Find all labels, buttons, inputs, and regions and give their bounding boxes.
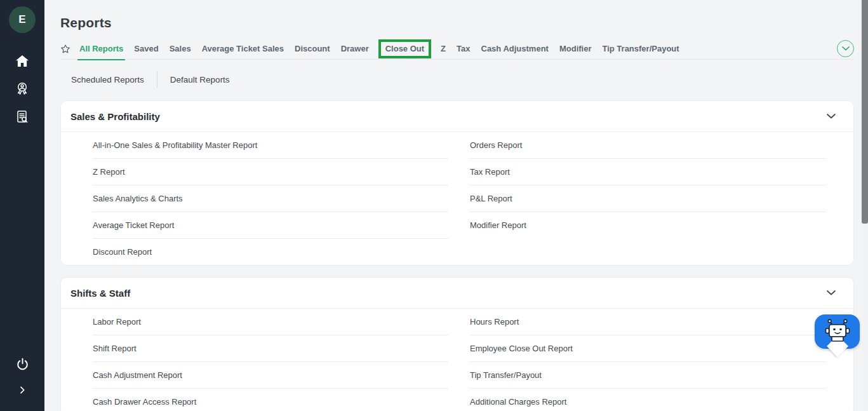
- tab-tip-transfer-payout[interactable]: Tip Transfer/Payout: [602, 38, 679, 60]
- section-title: Sales & Profitability: [70, 111, 160, 122]
- tab-all-reports[interactable]: All Reports: [79, 38, 123, 60]
- report-link-cash-drawer-access-report[interactable]: Cash Drawer Access Report: [93, 389, 448, 411]
- tab-sales[interactable]: Sales: [170, 38, 191, 60]
- section-title: Shifts & Staff: [70, 288, 130, 299]
- report-link-p-l-report[interactable]: P&L Report: [470, 185, 825, 212]
- tab-average-ticket-sales[interactable]: Average Ticket Sales: [202, 38, 284, 60]
- report-column: Hours ReportEmployee Close Out ReportTip…: [470, 309, 825, 411]
- expand-tabs-button[interactable]: [837, 40, 854, 57]
- section-header-shifts-staff[interactable]: Shifts & Staff: [61, 278, 853, 309]
- report-audit-icon[interactable]: [8, 103, 36, 131]
- avatar[interactable]: E: [9, 6, 36, 33]
- report-link-cash-adjustment-report[interactable]: Cash Adjustment Report: [93, 362, 448, 389]
- report-link-all-in-one-sales-profitability-master-report[interactable]: All-in-One Sales & Profitability Master …: [93, 132, 448, 159]
- chevron-down-icon[interactable]: [827, 290, 836, 295]
- annotation-highlight-box: Close Out: [378, 39, 431, 58]
- report-link-labor-report[interactable]: Labor Report: [93, 309, 448, 335]
- report-link-additional-charges-report[interactable]: Additional Charges Report: [470, 389, 825, 411]
- robot-icon: [821, 318, 854, 345]
- expand-sidebar-chevron-icon[interactable]: [8, 378, 36, 402]
- subtab-default-reports[interactable]: Default Reports: [170, 75, 230, 84]
- report-link-employee-close-out-report[interactable]: Employee Close Out Report: [470, 335, 825, 362]
- reports-tabbar: All ReportsSavedSalesAverage Ticket Sale…: [60, 38, 854, 60]
- section-body: All-in-One Sales & Profitability Master …: [61, 132, 853, 265]
- report-link-orders-report[interactable]: Orders Report: [470, 132, 825, 159]
- tab-cash-adjustment[interactable]: Cash Adjustment: [481, 38, 549, 60]
- tab-discount[interactable]: Discount: [295, 38, 330, 60]
- tab-z[interactable]: Z: [441, 38, 446, 60]
- section-card-shifts-staff: Shifts & StaffLabor ReportShift ReportCa…: [60, 277, 854, 411]
- membership-badge-icon[interactable]: [8, 75, 36, 103]
- sidebar: E: [0, 0, 44, 411]
- report-link-average-ticket-report[interactable]: Average Ticket Report: [93, 212, 448, 239]
- vertical-scrollbar[interactable]: [862, 0, 868, 411]
- report-link-modifier-report[interactable]: Modifier Report: [470, 212, 825, 238]
- report-type-subtabs: Scheduled Reports Default Reports: [60, 71, 854, 88]
- report-sections: Sales & ProfitabilityAll-in-One Sales & …: [60, 100, 854, 411]
- chatbot-button[interactable]: [815, 314, 860, 349]
- report-link-z-report[interactable]: Z Report: [93, 159, 448, 185]
- subtab-divider: [157, 71, 157, 88]
- section-card-sales-profitability: Sales & ProfitabilityAll-in-One Sales & …: [60, 100, 854, 266]
- report-link-tax-report[interactable]: Tax Report: [470, 159, 825, 185]
- tab-saved[interactable]: Saved: [134, 38, 158, 60]
- logout-power-icon[interactable]: [8, 350, 36, 378]
- page-title: Reports: [60, 15, 854, 30]
- section-header-sales-profitability[interactable]: Sales & Profitability: [61, 101, 853, 132]
- scrollbar-thumb[interactable]: [862, 0, 868, 224]
- tab-tax[interactable]: Tax: [457, 38, 470, 60]
- tab-modifier[interactable]: Modifier: [559, 38, 592, 60]
- report-column: Orders ReportTax ReportP&L ReportModifie…: [470, 132, 825, 265]
- favorites-star-icon[interactable]: [60, 44, 70, 54]
- report-column: All-in-One Sales & Profitability Master …: [93, 132, 448, 265]
- section-body: Labor ReportShift ReportCash Adjustment …: [61, 309, 853, 411]
- report-link-shift-report[interactable]: Shift Report: [93, 335, 448, 362]
- report-link-sales-analytics-charts[interactable]: Sales Analytics & Charts: [93, 185, 448, 212]
- tab-drawer[interactable]: Drawer: [341, 38, 369, 60]
- report-link-hours-report[interactable]: Hours Report: [470, 309, 825, 335]
- tab-close-out[interactable]: Close Out: [385, 44, 424, 53]
- tab-list: All ReportsSavedSalesAverage Ticket Sale…: [79, 38, 679, 60]
- home-icon[interactable]: [8, 47, 36, 75]
- main-content: Reports All ReportsSavedSalesAverage Tic…: [44, 15, 868, 411]
- subtab-scheduled-reports[interactable]: Scheduled Reports: [71, 75, 144, 84]
- report-link-discount-report[interactable]: Discount Report: [93, 239, 448, 265]
- chevron-down-icon[interactable]: [827, 114, 836, 119]
- chevron-down-icon: [842, 46, 850, 51]
- report-link-tip-transfer-payout[interactable]: Tip Transfer/Payout: [470, 362, 825, 389]
- avatar-initial: E: [18, 13, 25, 26]
- report-column: Labor ReportShift ReportCash Adjustment …: [93, 309, 448, 411]
